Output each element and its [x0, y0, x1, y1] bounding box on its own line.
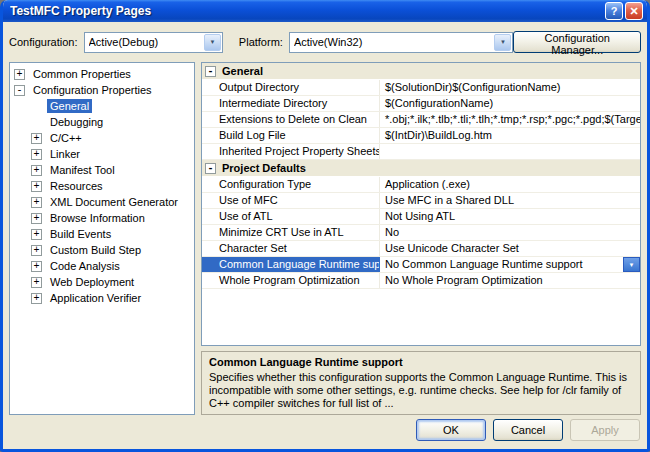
tree-item-label: General: [47, 99, 92, 113]
tree-leaf-spacer: [31, 101, 42, 112]
property-value-text: No: [385, 226, 399, 238]
tree-item-linker[interactable]: +Linker: [10, 146, 194, 162]
property-pages-dialog: TestMFC Property Pages ? ✕ Configuration…: [0, 0, 650, 452]
property-row-inherited-project-property-sheets[interactable]: Inherited Project Property Sheets: [202, 144, 640, 160]
platform-value: Active(Win32): [294, 36, 494, 48]
tree-item-application-verifier[interactable]: +Application Verifier: [10, 290, 194, 306]
tree-item-c-c[interactable]: +C/C++: [10, 130, 194, 146]
property-row-build-log-file[interactable]: Build Log File$(IntDir)\BuildLog.htm: [202, 128, 640, 144]
tree-item-label: Common Properties: [30, 67, 134, 81]
expand-icon[interactable]: +: [31, 181, 42, 192]
property-value[interactable]: Use Unicode Character Set: [380, 241, 640, 256]
cancel-button[interactable]: Cancel: [493, 419, 563, 441]
dialog-footer: OK Cancel Apply: [9, 415, 641, 445]
property-name: Use of MFC: [202, 193, 380, 208]
expand-icon[interactable]: +: [31, 261, 42, 272]
property-value[interactable]: $(SolutionDir)$(ConfigurationName): [380, 80, 640, 95]
main-area: +Common Properties-Configuration Propert…: [9, 62, 641, 415]
property-value[interactable]: No: [380, 225, 640, 240]
property-name: Use of ATL: [202, 209, 380, 224]
property-value[interactable]: Application (.exe): [380, 177, 640, 192]
configuration-bar: Configuration: Active(Debug) ▼ Platform:…: [9, 30, 641, 54]
dropdown-button[interactable]: ▼: [623, 257, 640, 272]
collapse-icon[interactable]: -: [14, 85, 25, 96]
tree-item-label: C/C++: [47, 131, 85, 145]
ok-button[interactable]: OK: [416, 419, 486, 441]
property-grid[interactable]: -GeneralOutput Directory$(SolutionDir)$(…: [201, 62, 641, 346]
section-header-general[interactable]: -General: [202, 63, 640, 80]
right-panel: -GeneralOutput Directory$(SolutionDir)$(…: [201, 62, 641, 415]
property-value[interactable]: Not Using ATL: [380, 209, 640, 224]
titlebar[interactable]: TestMFC Property Pages ? ✕: [3, 0, 647, 22]
configuration-value: Active(Debug): [89, 36, 203, 48]
expand-icon[interactable]: +: [31, 277, 42, 288]
tree-item-resources[interactable]: +Resources: [10, 178, 194, 194]
property-row-use-of-atl[interactable]: Use of ATLNot Using ATL: [202, 209, 640, 225]
property-value[interactable]: $(ConfigurationName): [380, 96, 640, 111]
property-row-configuration-type[interactable]: Configuration TypeApplication (.exe): [202, 177, 640, 193]
property-name: Build Log File: [202, 128, 380, 143]
property-row-output-directory[interactable]: Output Directory$(SolutionDir)$(Configur…: [202, 80, 640, 96]
tree-item-label: Debugging: [47, 115, 106, 129]
property-value[interactable]: *.obj;*.ilk;*.tlb;*.tli;*.tlh;*.tmp;*.rs…: [380, 112, 640, 127]
chevron-down-icon[interactable]: ▼: [494, 34, 511, 51]
apply-button[interactable]: Apply: [570, 419, 640, 441]
dialog-body: Configuration: Active(Debug) ▼ Platform:…: [3, 22, 647, 449]
tree-item-xml-document-generator[interactable]: +XML Document Generator: [10, 194, 194, 210]
property-row-common-language-runtime-support[interactable]: Common Language Runtime supportNo Common…: [202, 257, 640, 273]
tree-item-common-properties[interactable]: +Common Properties: [10, 66, 194, 82]
property-row-use-of-mfc[interactable]: Use of MFCUse MFC in a Shared DLL: [202, 193, 640, 209]
expand-icon[interactable]: +: [31, 149, 42, 160]
property-row-extensions-to-delete-on-clean[interactable]: Extensions to Delete on Clean*.obj;*.ilk…: [202, 112, 640, 128]
tree-item-label: Code Analysis: [47, 259, 123, 273]
property-row-minimize-crt-use-in-atl[interactable]: Minimize CRT Use in ATLNo: [202, 225, 640, 241]
property-category-tree[interactable]: +Common Properties-Configuration Propert…: [9, 62, 195, 415]
collapse-icon[interactable]: -: [205, 163, 216, 174]
close-button[interactable]: ✕: [625, 2, 643, 20]
property-name: Inherited Project Property Sheets: [202, 144, 380, 159]
property-value-text: No Whole Program Optimization: [385, 274, 543, 286]
tree-item-code-analysis[interactable]: +Code Analysis: [10, 258, 194, 274]
property-row-whole-program-optimization[interactable]: Whole Program OptimizationNo Whole Progr…: [202, 273, 640, 289]
expand-icon[interactable]: +: [31, 245, 42, 256]
expand-icon[interactable]: +: [31, 213, 42, 224]
tree-item-custom-build-step[interactable]: +Custom Build Step: [10, 242, 194, 258]
property-value[interactable]: Use MFC in a Shared DLL: [380, 193, 640, 208]
tree-item-label: Linker: [47, 147, 83, 161]
expand-icon[interactable]: +: [14, 69, 25, 80]
tree-item-build-events[interactable]: +Build Events: [10, 226, 194, 242]
expand-icon[interactable]: +: [31, 293, 42, 304]
chevron-down-icon[interactable]: ▼: [204, 34, 221, 51]
property-row-character-set[interactable]: Character SetUse Unicode Character Set: [202, 241, 640, 257]
tree-item-configuration-properties[interactable]: -Configuration Properties: [10, 82, 194, 98]
property-value-text: Use Unicode Character Set: [385, 242, 519, 254]
property-row-intermediate-directory[interactable]: Intermediate Directory$(ConfigurationNam…: [202, 96, 640, 112]
property-value-text: $(ConfigurationName): [385, 97, 493, 109]
property-value-text: $(SolutionDir)$(ConfigurationName): [385, 81, 560, 93]
expand-icon[interactable]: +: [31, 229, 42, 240]
expand-icon[interactable]: +: [31, 165, 42, 176]
expand-icon[interactable]: +: [31, 197, 42, 208]
platform-select[interactable]: Active(Win32) ▼: [289, 32, 514, 53]
tree-item-web-deployment[interactable]: +Web Deployment: [10, 274, 194, 290]
collapse-icon[interactable]: -: [205, 66, 216, 77]
help-button[interactable]: ?: [605, 2, 623, 20]
property-value[interactable]: $(IntDir)\BuildLog.htm: [380, 128, 640, 143]
description-panel: Common Language Runtime support Specifie…: [201, 351, 641, 415]
tree-item-general[interactable]: General: [10, 98, 194, 114]
description-title: Common Language Runtime support: [209, 356, 633, 368]
tree-item-label: Build Events: [47, 227, 114, 241]
property-value-text: Use MFC in a Shared DLL: [385, 194, 514, 206]
property-name: Intermediate Directory: [202, 96, 380, 111]
tree-item-browse-information[interactable]: +Browse Information: [10, 210, 194, 226]
property-value-text: Not Using ATL: [385, 210, 455, 222]
property-value[interactable]: No Common Language Runtime support▼: [380, 257, 640, 272]
expand-icon[interactable]: +: [31, 133, 42, 144]
property-value[interactable]: No Whole Program Optimization: [380, 273, 640, 288]
configuration-manager-button[interactable]: Configuration Manager...: [513, 31, 641, 53]
property-value[interactable]: [380, 144, 640, 159]
tree-item-manifest-tool[interactable]: +Manifest Tool: [10, 162, 194, 178]
configuration-select[interactable]: Active(Debug) ▼: [84, 32, 223, 53]
tree-item-debugging[interactable]: Debugging: [10, 114, 194, 130]
section-header-project-defaults[interactable]: -Project Defaults: [202, 160, 640, 177]
